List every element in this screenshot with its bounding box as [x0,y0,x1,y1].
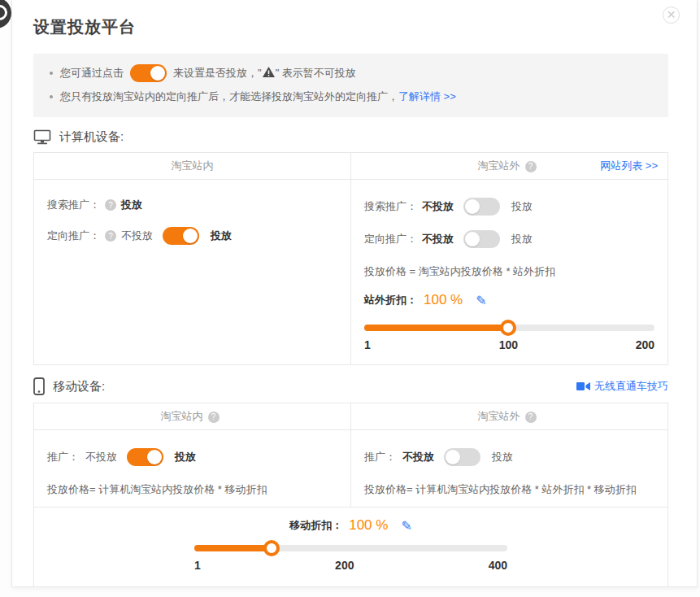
notice-text: 您只有投放淘宝站内的定向推广后，才能选择投放淘宝站外的定向推广， [60,89,398,104]
mobile-outside-formula: 投放价格= 计算机淘宝站内投放价格 * 站外折扣 * 移动折扣 [364,482,654,497]
header-taobao-inside: 淘宝站内? [34,403,350,429]
state-off-label: 不投放 [422,232,454,246]
computer-inside-cell: 搜索推广： ? 投放 定向推广： ? 不投放 投放 [34,180,350,364]
state-off-label: 不投放 [121,229,153,243]
state-off-label: 不投放 [422,199,454,214]
target-inside-toggle[interactable] [163,227,199,245]
mobile-table-header: 淘宝站内? 淘宝站外? [34,403,667,430]
notice-line-1: 您可通过点击 来设置是否投放，" " 表示暂不可投放 [46,61,655,85]
wireless-tips-link[interactable]: 无线直通车技巧 [576,379,668,394]
floating-badge[interactable] [0,0,11,28]
mobile-icon [33,377,45,395]
slider-track[interactable] [194,545,507,551]
mobile-outside-toggle[interactable] [444,448,480,466]
slider-track[interactable] [364,325,654,331]
close-icon[interactable]: ✕ [663,7,680,24]
example-toggle[interactable] [130,64,167,82]
toggle-knob [465,232,480,246]
outside-price-formula: 投放价格 = 淘宝站内投放价格 * 站外折扣 [364,264,654,279]
help-icon[interactable]: ? [208,412,220,423]
toggle-knob [465,199,480,214]
help-icon[interactable]: ? [525,161,537,172]
computer-section-title: 计算机设备: [59,129,124,145]
site-list-link[interactable]: 网站列表 >> [600,159,658,173]
mobile-inside-formula: 投放价格= 计算机淘宝站内投放价格 * 移动折扣 [47,482,337,497]
notice-text: " 表示暂不可投放 [276,66,356,81]
mobile-discount-slider: 1 200 400 [194,545,507,575]
mobile-inside-cell: 推广： 不投放 投放 投放价格= 计算机淘宝站内投放价格 * 移动折扣 [34,430,350,507]
state-off-label: 不投放 [402,450,434,464]
learn-more-link[interactable]: 了解详情 >> [398,89,456,104]
slider-marks: 1 200 400 [194,559,507,575]
computer-table-header: 淘宝站内 淘宝站外? 网站列表 >> [34,153,667,180]
state-on-label: 投放 [175,450,196,464]
target-outside-toggle[interactable] [463,230,500,248]
help-icon[interactable]: ? [525,412,537,423]
slider-fill [194,545,272,551]
mobile-discount-row: 移动折扣： 100 % ✎ 1 200 400 [34,507,667,586]
mobile-outside-cell: 推广： 不投放 投放 投放价格= 计算机淘宝站内投放价格 * 站外折扣 * 移动… [350,430,667,507]
notice-text: 您可通过点击 [60,66,124,81]
state-on-label: 投放 [511,232,533,246]
target-promo-row: 定向推广： ? 不投放 投放 [47,227,337,245]
mobile-section-title: 移动设备: [53,379,105,394]
help-icon[interactable]: ? [105,199,116,211]
state-on-label: 投放 [511,199,533,214]
header-taobao-outside: 淘宝站外? 网站列表 >> [350,153,667,179]
computer-icon [33,129,51,145]
search-promo-row: 搜索推广： 不投放 投放 [364,198,654,216]
outside-discount-slider: 1 100 200 [364,325,654,355]
bullet-dot [50,95,53,98]
search-outside-toggle[interactable] [463,198,500,216]
toggle-knob [150,66,165,81]
search-state: 投放 [121,198,142,212]
discount-value: 100 % [349,517,388,534]
target-promo-row: 定向推广： 不投放 投放 [364,230,654,248]
set-platform-dialog: ✕ 设置投放平台 您可通过点击 来设置是否投放，" " 表示暂不可投放 您只有投… [11,0,698,587]
toggle-knob [147,450,162,464]
header-taobao-inside: 淘宝站内 [34,153,350,179]
discount-value: 100 % [424,292,463,308]
help-icon[interactable]: ? [105,230,116,242]
header-taobao-outside: 淘宝站外? [350,403,667,429]
state-on-label: 投放 [492,450,513,464]
computer-table: 淘宝站内 淘宝站外? 网站列表 >> 搜索推广： ? 投放 定向推广： ? 不投… [33,152,668,365]
video-icon [576,381,590,391]
mobile-discount: 移动折扣： 100 % ✎ [34,517,667,534]
warning-icon [263,67,275,80]
edit-icon[interactable]: ✎ [476,293,486,308]
computer-section-header: 计算机设备: [33,129,668,145]
toggle-knob [446,450,460,464]
outside-discount: 站外折扣： 100 % ✎ [364,292,654,308]
toggle-knob [183,229,198,243]
slider-fill [364,325,508,331]
search-promo-row: 搜索推广： ? 投放 [47,198,337,212]
computer-outside-cell: 搜索推广： 不投放 投放 定向推广： 不投放 投放 投放价格 = 淘宝站内投放价… [350,180,667,364]
slider-handle[interactable] [500,320,516,336]
state-on-label: 投放 [211,229,232,243]
mobile-section-header: 移动设备: 无线直通车技巧 [33,377,668,395]
bullet-dot [50,72,53,75]
state-off-label: 不投放 [85,450,117,464]
slider-marks: 1 100 200 [364,338,654,355]
notice-box: 您可通过点击 来设置是否投放，" " 表示暂不可投放 您只有投放淘宝站内的定向推… [33,54,668,117]
promo-row: 推广： 不投放 投放 [47,448,337,466]
page-title: 设置投放平台 [33,16,668,38]
mobile-inside-toggle[interactable] [127,448,163,466]
edit-icon[interactable]: ✎ [401,518,411,534]
slider-handle[interactable] [263,540,280,556]
mobile-table: 淘宝站内? 淘宝站外? 推广： 不投放 投放 投放价格= 计算机淘宝站内投放价格… [33,403,668,587]
notice-line-2: 您只有投放淘宝站内的定向推广后，才能选择投放淘宝站外的定向推广， 了解详情 >> [46,85,655,108]
notice-text: 来设置是否投放，" [173,66,262,81]
promo-row: 推广： 不投放 投放 [364,448,654,466]
